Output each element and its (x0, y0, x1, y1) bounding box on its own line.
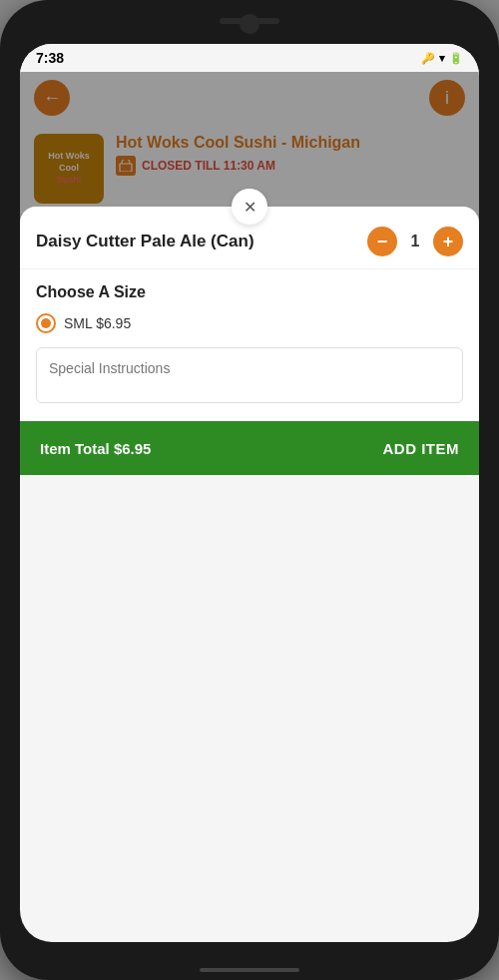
status-icon-battery: 🔋 (449, 52, 463, 65)
quantity-increase-button[interactable]: + (433, 227, 463, 256)
quantity-value: 1 (407, 233, 423, 250)
size-label-sml: SML $6.95 (64, 315, 131, 331)
plus-icon: + (443, 232, 454, 252)
status-icon-lock: 🔑 (421, 52, 435, 65)
status-icons: 🔑 ▾ 🔋 (421, 52, 463, 65)
app-background: ← i Hot WoksCoolSushi Hot Woks Cool Sush… (20, 72, 479, 475)
quantity-decrease-button[interactable]: − (367, 227, 397, 256)
phone-screen: 7:38 🔑 ▾ 🔋 ← i Hot W (20, 44, 479, 942)
phone-camera (240, 14, 259, 34)
radio-button-sml[interactable] (36, 313, 56, 333)
special-instructions-input[interactable] (36, 347, 463, 403)
add-item-bar[interactable]: Item Total $6.95 ADD ITEM (20, 421, 479, 475)
status-icon-wifi: ▾ (439, 52, 445, 65)
bottom-sheet-modal: ✕ Daisy Cutter Pale Ale (Can) − 1 + (20, 207, 479, 475)
close-icon: ✕ (244, 198, 256, 217)
phone-frame: 7:38 🔑 ▾ 🔋 ← i Hot W (0, 0, 499, 980)
status-time: 7:38 (36, 50, 64, 66)
phone-home-indicator (200, 968, 299, 972)
radio-selected-indicator (41, 318, 51, 328)
size-option-sml[interactable]: SML $6.95 (36, 313, 463, 333)
size-section: Choose A Size SML $6.95 (20, 269, 479, 347)
product-modal-title: Daisy Cutter Pale Ale (Can) (36, 232, 367, 251)
status-bar: 7:38 🔑 ▾ 🔋 (20, 44, 479, 72)
item-total-label: Item Total $6.95 (40, 440, 151, 457)
choose-size-title: Choose A Size (36, 283, 463, 301)
special-instructions-section (20, 347, 479, 421)
modal-close-button[interactable]: ✕ (232, 189, 267, 225)
quantity-controls: − 1 + (367, 227, 463, 256)
minus-icon: − (377, 232, 388, 252)
add-item-button-text: ADD ITEM (383, 440, 460, 457)
